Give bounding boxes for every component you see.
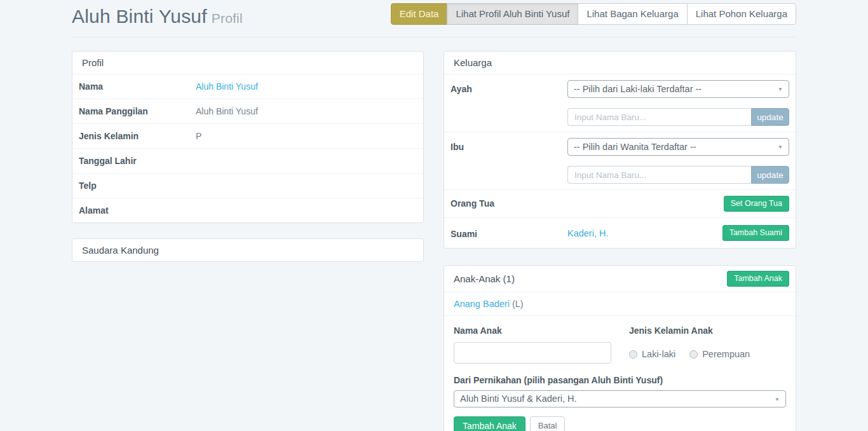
profil-panel-title: Profil	[72, 51, 423, 74]
table-row: Jenis Kelamin P	[72, 123, 423, 148]
suami-row: Suami Kaderi, H. Tambah Suami	[444, 217, 796, 248]
batal-button[interactable]: Batal	[530, 416, 566, 431]
radio-perempuan-label[interactable]: Perempuan	[702, 349, 750, 359]
row-value: Aluh Binti Yusuf	[196, 105, 417, 118]
ibu-label: Ibu	[451, 138, 567, 184]
ayah-row: Ayah -- Pilih dari Laki-laki Terdaftar -…	[444, 74, 796, 132]
edit-data-button[interactable]: Edit Data	[391, 3, 448, 25]
radio-laki-laki[interactable]	[629, 350, 637, 359]
ayah-select-value: -- Pilih dari Laki-laki Terdaftar --	[574, 84, 702, 94]
table-row: Tanggal Lahir	[72, 148, 423, 173]
row-label: Nama Panggilan	[79, 105, 196, 118]
table-row: Nama Aluh Binti Yusuf	[72, 74, 423, 99]
jenis-kelamin-anak-label: Jenis Kelamin Anak	[629, 325, 786, 336]
row-value	[196, 204, 417, 217]
keluarga-panel-title: Keluarga	[444, 51, 796, 74]
ibu-update-button[interactable]: update	[751, 166, 789, 184]
table-row: Telp	[72, 173, 423, 198]
profil-panel: Profil Nama Aluh Binti Yusuf Nama Panggi…	[72, 51, 424, 223]
ayah-new-name-input[interactable]	[567, 108, 751, 126]
row-label: Alamat	[79, 204, 196, 217]
ibu-select[interactable]: -- Pilih dari Wanita Terdaftar -- ▼	[567, 138, 789, 156]
anak-anak-panel: Anak-Anak (1) Tambah Anak Anang Baderi (…	[444, 265, 796, 431]
ibu-row: Ibu -- Pilih dari Wanita Terdaftar -- ▼ …	[444, 132, 796, 189]
table-row: Alamat	[72, 198, 423, 222]
row-label: Nama	[79, 80, 196, 93]
chevron-down-icon: ▼	[778, 139, 783, 156]
row-label: Jenis Kelamin	[79, 130, 196, 142]
ayah-update-button[interactable]: update	[751, 108, 789, 126]
row-value: P	[196, 130, 417, 142]
tambah-anak-submit-button[interactable]: Tambah Anak	[454, 416, 526, 431]
orang-tua-row: Orang Tua Set Orang Tua	[444, 189, 796, 217]
lihat-profil-button[interactable]: Lihat Profil Aluh Binti Yusuf	[447, 3, 578, 25]
orang-tua-label: Orang Tua	[451, 196, 567, 212]
row-value	[196, 154, 417, 167]
dari-pernikahan-label: Dari Pernikahan (pilih pasangan Aluh Bin…	[454, 375, 786, 386]
child-link[interactable]: Anang Baderi	[454, 299, 510, 309]
pernikahan-select-value: Aluh Binti Yusuf & Kaderi, H.	[460, 393, 577, 404]
pernikahan-select[interactable]: Aluh Binti Yusuf & Kaderi, H. ▼	[454, 390, 786, 407]
table-row: Nama Panggilan Aluh Binti Yusuf	[72, 99, 423, 123]
ibu-select-value: -- Pilih dari Wanita Terdaftar --	[574, 142, 696, 152]
nama-anak-input[interactable]	[454, 342, 611, 364]
suami-label: Suami	[451, 225, 567, 241]
saudara-kandung-panel: Saudara Kandung	[72, 238, 424, 262]
tambah-anak-header-button[interactable]: Tambah Anak	[727, 271, 789, 287]
nama-anak-label: Nama Anak	[454, 325, 611, 336]
lihat-pohon-button[interactable]: Lihat Pohon Keluarga	[687, 3, 796, 25]
nama-link[interactable]: Aluh Binti Yusuf	[196, 81, 258, 92]
suami-link[interactable]: Kaderi, H.	[567, 228, 608, 238]
chevron-down-icon: ▼	[778, 81, 783, 98]
keluarga-panel: Keluarga Ayah -- Pilih dari Laki-laki Te…	[444, 51, 796, 249]
row-label: Tanggal Lahir	[79, 154, 196, 167]
radio-laki-laki-label[interactable]: Laki-laki	[642, 349, 675, 359]
radio-perempuan[interactable]	[689, 350, 698, 359]
set-orang-tua-button[interactable]: Set Orang Tua	[724, 196, 789, 212]
lihat-bagan-button[interactable]: Lihat Bagan Keluarga	[578, 3, 687, 25]
person-name: Aluh Binti Yusuf	[72, 6, 207, 27]
child-list-item: Anang Baderi (L)	[444, 292, 796, 315]
page-subtitle: Profil	[212, 11, 243, 25]
anak-anak-title: Anak-Anak (1)	[454, 273, 515, 284]
saudara-kandung-title: Saudara Kandung	[72, 239, 423, 261]
tambah-suami-button[interactable]: Tambah Suami	[722, 225, 789, 241]
chevron-down-icon: ▼	[775, 392, 780, 407]
ayah-label: Ayah	[451, 80, 567, 126]
child-gender: (L)	[512, 299, 524, 309]
ayah-select[interactable]: -- Pilih dari Laki-laki Terdaftar -- ▼	[567, 80, 789, 98]
page-header: Aluh Binti YusufProfil Edit Data Lihat P…	[72, 0, 796, 38]
view-toolbar: Edit Data Lihat Profil Aluh Binti Yusuf …	[391, 3, 796, 25]
add-child-form: Nama Anak Jenis Kelamin Anak Laki-laki P…	[444, 315, 796, 431]
row-label: Telp	[79, 179, 196, 192]
row-value	[196, 179, 417, 192]
ibu-new-name-input[interactable]	[567, 166, 751, 184]
